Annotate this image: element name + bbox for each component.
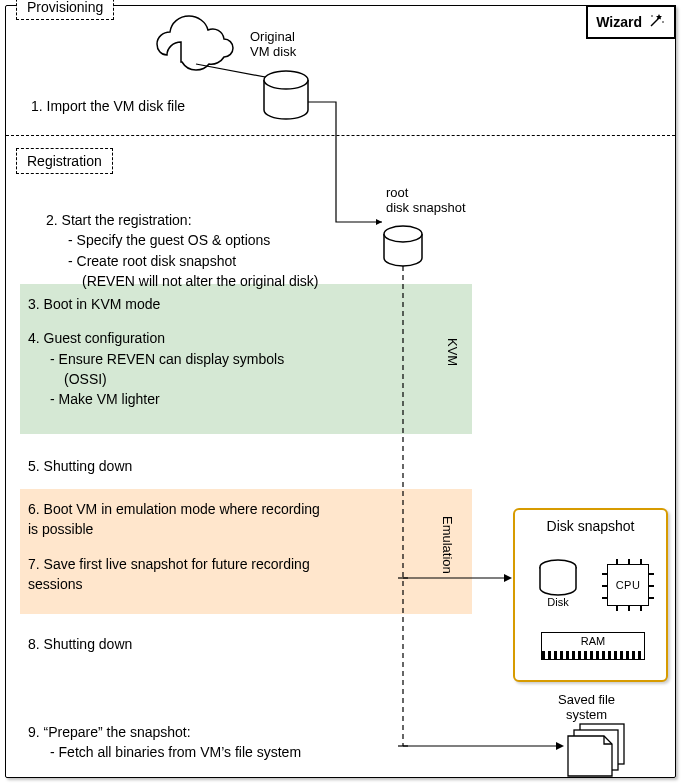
step-1: 1. Import the VM disk file [31, 96, 185, 116]
section-divider [6, 135, 675, 136]
step-2b: Create root disk snapshot [68, 251, 376, 271]
step-4: 4. Guest configuration [28, 328, 408, 348]
step-5: 5. Shutting down [28, 456, 132, 476]
svg-marker-12 [504, 574, 512, 582]
step-4a: Ensure REVEN can display symbols (OSSI) [50, 349, 330, 390]
step-9a: Fetch all binaries from VM’s file system [50, 742, 358, 762]
step-3: 3. Boot in KVM mode [28, 294, 408, 314]
svg-text:Disk: Disk [547, 596, 569, 608]
cloud-icon [157, 16, 233, 70]
svg-marker-8 [376, 219, 382, 225]
step-2b-note: (REVEN will not alter the original disk) [82, 271, 376, 291]
cpu-label: CPU [616, 579, 641, 591]
disk-snapshot-box: Disk snapshot Disk CPU RAM [513, 508, 668, 682]
svg-line-5 [196, 64, 281, 80]
kvm-mode-label: KVM [445, 338, 460, 366]
svg-point-7 [384, 226, 422, 242]
root-snapshot-cylinder [384, 226, 422, 266]
step-2: 2. Start the registration: [46, 210, 376, 230]
wizard-badge: Wizard [586, 5, 676, 39]
original-disk-label: Original VM disk [250, 29, 296, 59]
step-9: 9. “Prepare” the snapshot: [28, 722, 358, 742]
ram-label: RAM [581, 635, 605, 647]
svg-point-6 [264, 71, 308, 89]
wand-icon [648, 11, 666, 33]
registration-label: Registration [16, 148, 113, 174]
cpu-icon: CPU [607, 564, 649, 606]
svg-point-2 [662, 21, 664, 23]
emulation-mode-label: Emulation [440, 516, 455, 574]
svg-rect-17 [574, 730, 618, 770]
disk-icon: Disk [533, 558, 583, 608]
saved-fs-label: Saved file system [558, 692, 615, 722]
provisioning-label: Provisioning [16, 0, 114, 20]
step-6: 6. Boot VM in emulation mode where recor… [28, 499, 328, 540]
step-4b: Make VM lighter [50, 389, 408, 409]
wizard-label: Wizard [596, 14, 642, 30]
svg-marker-15 [556, 742, 564, 750]
original-disk-cylinder [264, 71, 308, 119]
root-snapshot-label: root disk snapshot [386, 185, 466, 215]
step-7: 7. Save first live snapshot for future r… [28, 554, 328, 595]
svg-point-1 [651, 15, 653, 17]
step-2a: Specify the guest OS & options [68, 230, 376, 250]
saved-fs-icon [568, 724, 624, 776]
ram-icon: RAM [541, 632, 645, 660]
disk-snapshot-title: Disk snapshot [515, 518, 666, 534]
svg-rect-16 [580, 724, 624, 764]
arrow-to-saved-fs [398, 742, 564, 750]
step-8: 8. Shutting down [28, 634, 132, 654]
